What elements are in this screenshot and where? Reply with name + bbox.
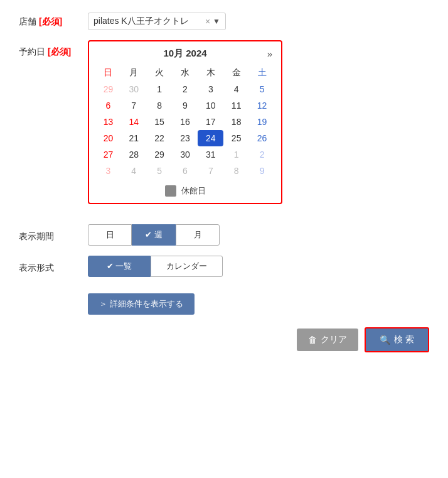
- calendar-day[interactable]: 6: [173, 163, 198, 179]
- calendar-month-title: 10月 2024: [95, 48, 275, 60]
- calendar-day[interactable]: 5: [147, 163, 173, 179]
- store-required-badge: [必須]: [39, 16, 62, 26]
- detail-conditions-button[interactable]: ＞ 詳細条件を表示する: [88, 293, 195, 315]
- search-button[interactable]: 🔍 検 索: [365, 327, 429, 352]
- store-label: 店舗 [必須]: [19, 13, 88, 28]
- format-calendar-button[interactable]: カレンダー: [151, 256, 223, 277]
- format-row: 表示形式 ✔ 一覧 カレンダー: [19, 256, 429, 277]
- holiday-legend: 休館日: [95, 185, 275, 197]
- calendar-next-icon[interactable]: »: [267, 48, 272, 59]
- calendar-day[interactable]: 28: [121, 146, 147, 163]
- store-select[interactable]: pilates K八王子オクトレ × ▼: [88, 13, 226, 30]
- calendar-row: 272829303112: [95, 146, 275, 163]
- store-row: 店舗 [必須] pilates K八王子オクトレ × ▼: [19, 13, 429, 30]
- format-label: 表示形式: [19, 259, 88, 274]
- clear-label: クリア: [321, 334, 347, 345]
- calendar-day[interactable]: 31: [198, 146, 223, 163]
- calendar-day[interactable]: 18: [223, 114, 249, 130]
- calendar-day[interactable]: 16: [173, 114, 198, 130]
- calendar-row: 20212223242526: [95, 130, 275, 146]
- calendar-day[interactable]: 10: [198, 97, 223, 114]
- calendar-day[interactable]: 5: [249, 81, 275, 97]
- calendar-day[interactable]: 12: [249, 97, 275, 114]
- header-sun: 日: [95, 65, 121, 81]
- calendar-day[interactable]: 9: [173, 97, 198, 114]
- clear-button[interactable]: 🗑 クリア: [297, 329, 358, 351]
- calendar-grid: 日 月 火 水 木 金 土 29301234567891011121314151…: [95, 65, 275, 179]
- trash-icon: 🗑: [308, 335, 317, 345]
- format-list-button[interactable]: ✔ 一覧: [88, 256, 151, 277]
- calendar-week-header-row: 日 月 火 水 木 金 土: [95, 65, 275, 81]
- calendar-day[interactable]: 24: [198, 130, 223, 146]
- calendar-day[interactable]: 26: [249, 130, 275, 146]
- calendar-day[interactable]: 17: [198, 114, 223, 130]
- calendar-row: 3456789: [95, 163, 275, 179]
- header-sat: 土: [249, 65, 275, 81]
- calendar-day[interactable]: 19: [249, 114, 275, 130]
- period-label: 表示期間: [19, 227, 88, 242]
- detail-conditions-row: ＞ 詳細条件を表示する: [88, 293, 429, 315]
- calendar-day[interactable]: 3: [198, 81, 223, 97]
- header-tue: 火: [147, 65, 173, 81]
- calendar-header: 10月 2024 »: [95, 48, 275, 60]
- store-clear-icon[interactable]: ×: [205, 16, 210, 26]
- calendar-day[interactable]: 6: [95, 97, 121, 114]
- header-wed: 水: [173, 65, 198, 81]
- date-label: 予約日 [必須]: [19, 40, 88, 58]
- store-arrow-icon[interactable]: ▼: [213, 17, 220, 26]
- period-month-button[interactable]: 月: [176, 224, 220, 246]
- calendar-day[interactable]: 22: [147, 130, 173, 146]
- calendar-row: 293012345: [95, 81, 275, 97]
- calendar-day[interactable]: 29: [95, 81, 121, 97]
- calendar-row: 13141516171819: [95, 114, 275, 130]
- calendar-day[interactable]: 7: [198, 163, 223, 179]
- calendar-day[interactable]: 2: [249, 146, 275, 163]
- store-value: pilates K八王子オクトレ: [93, 16, 205, 27]
- calendar-day[interactable]: 8: [223, 163, 249, 179]
- period-week-button[interactable]: ✔ 週: [132, 224, 176, 246]
- date-row: 予約日 [必須] 10月 2024 » 日 月 火 水 木 金 土 293012…: [19, 40, 429, 204]
- calendar-day[interactable]: 21: [121, 130, 147, 146]
- date-required-badge: [必須]: [48, 46, 71, 57]
- calendar-row: 6789101112: [95, 97, 275, 114]
- calendar-day[interactable]: 20: [95, 130, 121, 146]
- calendar-day[interactable]: 30: [121, 81, 147, 97]
- calendar-day[interactable]: 4: [223, 81, 249, 97]
- format-button-group: ✔ 一覧 カレンダー: [88, 256, 223, 277]
- calendar-day[interactable]: 2: [173, 81, 198, 97]
- calendar-day[interactable]: 3: [95, 163, 121, 179]
- calendar-day[interactable]: 9: [249, 163, 275, 179]
- calendar-day[interactable]: 15: [147, 114, 173, 130]
- calendar-day[interactable]: 7: [121, 97, 147, 114]
- calendar-day[interactable]: 8: [147, 97, 173, 114]
- search-icon: 🔍: [380, 335, 390, 345]
- header-thu: 木: [198, 65, 223, 81]
- calendar-day[interactable]: 29: [147, 146, 173, 163]
- holiday-color-box: [165, 185, 176, 197]
- calendar-day[interactable]: 1: [147, 81, 173, 97]
- calendar-day[interactable]: 4: [121, 163, 147, 179]
- calendar-day[interactable]: 30: [173, 146, 198, 163]
- calendar: 10月 2024 » 日 月 火 水 木 金 土 293012345678910…: [88, 40, 282, 204]
- search-label: 検 索: [394, 334, 414, 345]
- calendar-day[interactable]: 23: [173, 130, 198, 146]
- header-fri: 金: [223, 65, 249, 81]
- calendar-day[interactable]: 25: [223, 130, 249, 146]
- calendar-day[interactable]: 14: [121, 114, 147, 130]
- calendar-day[interactable]: 13: [95, 114, 121, 130]
- calendar-day[interactable]: 11: [223, 97, 249, 114]
- calendar-day[interactable]: 27: [95, 146, 121, 163]
- action-row: 🗑 クリア 🔍 検 索: [19, 327, 429, 352]
- header-mon: 月: [121, 65, 147, 81]
- calendar-day[interactable]: 1: [223, 146, 249, 163]
- holiday-label: 休館日: [181, 185, 206, 197]
- period-row: 表示期間 日 ✔ 週 月: [19, 224, 429, 246]
- period-day-button[interactable]: 日: [88, 224, 132, 246]
- period-button-group: 日 ✔ 週 月: [88, 224, 220, 246]
